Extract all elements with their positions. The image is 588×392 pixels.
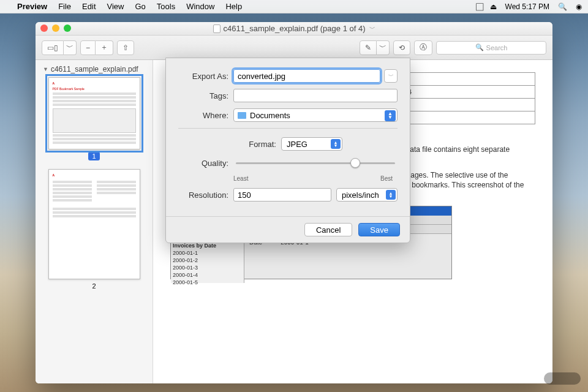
thumbnail-sidebar: c4611_sample_explain.pdf A PDF Bookmark … [36, 60, 153, 383]
cancel-button[interactable]: Cancel [304, 223, 352, 236]
zoom-in-button[interactable]: ＋ [96, 40, 113, 55]
export-as-label: Export As: [178, 72, 228, 81]
window-title: c4611_sample_explain.pdf (page 1 of 4) [224, 24, 366, 33]
updown-arrows-icon: ▲▼ [331, 139, 341, 149]
export-filename-input[interactable] [233, 69, 380, 83]
quality-label: Quality: [178, 159, 228, 168]
sidebar-filename[interactable]: c4611_sample_explain.pdf [43, 65, 145, 74]
menu-file[interactable]: File [58, 2, 71, 11]
menu-edit[interactable]: Edit [82, 2, 96, 11]
updown-arrows-icon: ▲▼ [386, 190, 396, 200]
quality-best-label: Best [380, 175, 393, 182]
eject-icon[interactable]: ⏏ [490, 2, 497, 11]
window-zoom-button[interactable] [64, 24, 71, 32]
share-button[interactable]: ⇧ [117, 40, 134, 55]
highlight-menu[interactable]: ﹀ [377, 40, 390, 55]
markup-button[interactable]: Ⓐ [414, 40, 432, 55]
page-number-2: 2 [88, 282, 99, 290]
export-sheet: Export As: ﹀ Tags: Where: Documents ▲▼ F… [165, 58, 410, 243]
search-icon: 🔍 [475, 43, 484, 51]
quality-slider[interactable] [236, 157, 395, 169]
menu-tools[interactable]: Tools [157, 2, 175, 11]
siri-icon[interactable]: ◉ [576, 2, 582, 11]
page-number-1: 1 [88, 152, 99, 160]
toolbar: ▭▯ ﹀ − ＋ ⇧ ✎ ﹀ ⟲ Ⓐ 🔍 Search [36, 36, 552, 60]
tags-input[interactable] [233, 89, 398, 102]
sidebar-view-button[interactable]: ▭▯ [42, 40, 64, 55]
menu-window[interactable]: Window [186, 2, 214, 11]
page-thumbnail-1[interactable]: A PDF Bookmark Sample [48, 77, 140, 149]
title-menu-chevron-icon[interactable]: ﹀ [369, 24, 375, 33]
menubar-clock[interactable]: Wed 5:17 PM [505, 2, 549, 11]
where-label: Where: [178, 111, 228, 120]
quality-least-label: Least [233, 175, 248, 182]
document-proxy-icon[interactable] [213, 24, 221, 33]
window-minimize-button[interactable] [52, 24, 59, 32]
format-label: Format: [233, 140, 276, 149]
window-titlebar[interactable]: c4611_sample_explain.pdf (page 1 of 4) ﹀ [36, 22, 552, 36]
zoom-out-button[interactable]: − [80, 40, 96, 55]
sidebar-view-menu[interactable]: ﹀ [64, 40, 77, 55]
resolution-label: Resolution: [178, 190, 228, 200]
updown-arrows-icon: ▲▼ [385, 110, 396, 121]
menu-help[interactable]: Help [225, 2, 242, 11]
resolution-unit-popup[interactable]: pixels/inch ▲▼ [336, 188, 398, 202]
menu-go[interactable]: Go [135, 2, 145, 11]
spotlight-icon[interactable]: 🔍 [558, 2, 567, 11]
menu-view[interactable]: View [107, 2, 124, 11]
filename-history-button[interactable]: ﹀ [384, 69, 398, 83]
page-thumbnail-2[interactable]: A [48, 169, 140, 279]
rotate-button[interactable]: ⟲ [393, 40, 410, 55]
toolbar-search[interactable]: 🔍 Search [436, 41, 546, 55]
save-button[interactable]: Save [358, 223, 400, 236]
resolution-input[interactable] [233, 188, 331, 202]
notification-badge[interactable] [544, 372, 581, 385]
window-close-button[interactable] [40, 24, 48, 32]
app-menu[interactable]: Preview [17, 2, 47, 11]
format-popup[interactable]: JPEG ▲▼ [281, 137, 342, 151]
where-popup[interactable]: Documents ▲▼ [233, 108, 398, 122]
folder-icon [238, 112, 246, 119]
highlight-button[interactable]: ✎ [360, 40, 377, 55]
system-menubar: Preview File Edit View Go Tools Window H… [0, 0, 588, 13]
tags-label: Tags: [178, 91, 228, 100]
